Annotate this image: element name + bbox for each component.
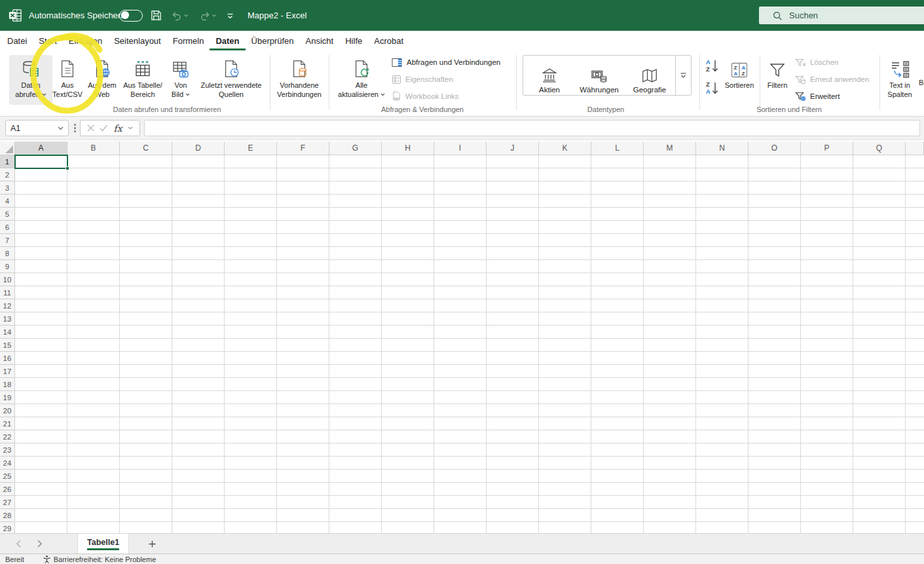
advanced-filter-button[interactable]: Erweitert [795,90,840,102]
column-header-B[interactable]: B [67,141,120,155]
row-header-7[interactable]: 7 [0,234,15,247]
column-header-K[interactable]: K [539,141,591,155]
geography-button[interactable]: Geografie [628,57,671,94]
clear-filter-button[interactable]: Löschen [795,56,838,68]
column-header-J[interactable]: J [487,141,539,155]
row-header-4[interactable]: 4 [0,195,15,208]
autosave-toggle[interactable] [119,0,143,31]
row-header-17[interactable]: 17 [0,365,15,378]
reapply-filter-button[interactable]: Erneut anwenden [795,73,869,85]
row-header-3[interactable]: 3 [0,181,15,195]
sort-ascending-button[interactable]: A Z [705,58,720,77]
column-header-N[interactable]: N [696,141,748,155]
formula-input[interactable] [144,120,920,136]
enter-check-icon[interactable] [100,124,108,132]
row-header-18[interactable]: 18 [0,378,15,391]
undo-button[interactable] [170,0,189,31]
accessibility-status[interactable]: Barrierefreiheit: Keine Probleme [43,555,157,563]
row-header-11[interactable]: 11 [0,286,15,299]
customize-quick-access-icon[interactable] [226,0,234,31]
column-header-D[interactable]: D [172,141,225,155]
column-header-I[interactable]: I [434,141,487,155]
truncated-ribbon-button[interactable]: Bl [919,79,924,86]
column-header-H[interactable]: H [382,141,434,155]
from-text-csv-button[interactable]: AusText/CSV [51,55,84,105]
column-header-L[interactable]: L [591,141,644,155]
sheet-nav-right-icon[interactable] [33,537,46,550]
row-header-8[interactable]: 8 [0,247,15,260]
cancel-icon[interactable] [87,124,94,132]
fill-handle[interactable] [65,166,69,170]
tab-ueberpruefen[interactable]: Überprüfen [246,31,300,50]
row-header-2[interactable]: 2 [0,168,15,181]
tab-formeln[interactable]: Formeln [167,31,210,50]
row-header-5[interactable]: 5 [0,208,15,221]
row-header-22[interactable]: 22 [0,430,15,443]
existing-connections-button[interactable]: VorhandeneVerbindungen [271,55,327,105]
gallery-more-button[interactable] [675,56,691,95]
row-header-20[interactable]: 20 [0,404,15,417]
column-header-O[interactable]: O [748,141,801,155]
sort-button[interactable]: Z A A Z Sortieren [723,55,756,105]
row-header-26[interactable]: 26 [0,483,15,496]
save-button[interactable] [150,0,162,31]
column-header-F[interactable]: F [277,141,329,155]
column-header-Q[interactable]: Q [853,141,906,155]
formula-bar-drag-handle[interactable] [74,124,76,126]
row-header-28[interactable]: 28 [0,509,15,522]
column-header-partial[interactable] [906,141,924,155]
column-header-P[interactable]: P [801,141,853,155]
tab-seitenlayout[interactable]: Seitenlayout [108,31,167,50]
text-to-columns-button[interactable]: Text inSpalten [883,55,917,105]
sort-descending-button[interactable]: Z A [705,80,720,100]
column-header-A[interactable]: A [15,141,67,155]
currencies-button[interactable]: Währungen [573,57,625,94]
row-header-9[interactable]: 9 [0,260,15,273]
sheet-tab-tabelle1[interactable]: Tabelle1 [77,534,129,554]
from-picture-button[interactable]: Von Bild [165,55,196,105]
select-all-corner[interactable] [0,141,15,155]
row-header-1[interactable]: 1 [0,155,15,168]
row-header-21[interactable]: 21 [0,417,15,430]
name-box[interactable]: A1 [5,120,69,136]
redo-button[interactable] [198,0,217,31]
filter-button[interactable]: Filtern [762,55,792,105]
row-header-13[interactable]: 13 [0,312,15,326]
row-header-16[interactable]: 16 [0,352,15,365]
row-header-24[interactable]: 24 [0,457,15,470]
tab-daten[interactable]: Daten [210,31,245,50]
active-cell-A1[interactable] [14,155,68,169]
row-header-25[interactable]: 25 [0,470,15,483]
tab-hilfe[interactable]: Hilfe [339,31,368,50]
insert-function-button[interactable]: fx [114,123,122,134]
tab-einfuegen[interactable]: Einfügen [63,31,108,50]
column-header-C[interactable]: C [120,141,172,155]
tab-start[interactable]: Start [33,31,62,50]
stocks-button[interactable]: Aktien [532,57,566,94]
workbook-links-button[interactable]: Workbook Links [392,90,459,102]
row-header-15[interactable]: 15 [0,339,15,352]
queries-connections-button[interactable]: Abfragen und Verbindungen [392,56,500,68]
column-header-M[interactable]: M [644,141,696,155]
column-header-G[interactable]: G [329,141,382,155]
tab-acrobat[interactable]: Acrobat [368,31,409,50]
tab-datei[interactable]: Datei [1,31,33,50]
row-header-23[interactable]: 23 [0,443,15,457]
add-sheet-button[interactable] [145,537,159,551]
from-web-button[interactable]: Aus demWeb [84,55,120,105]
from-table-range-button[interactable]: Aus Tabelle/Bereich [120,55,165,105]
row-header-19[interactable]: 19 [0,391,15,404]
row-header-14[interactable]: 14 [0,326,15,339]
sheet-nav-left-icon[interactable] [12,537,25,550]
row-header-10[interactable]: 10 [0,273,15,286]
get-data-button[interactable]: Daten abrufen [9,55,52,105]
column-header-E[interactable]: E [225,141,277,155]
cell-area[interactable] [15,155,924,533]
recent-sources-button[interactable]: Zuletzt verwendeteQuellen [196,55,266,105]
row-header-12[interactable]: 12 [0,299,15,312]
search-box[interactable]: Suchen [759,7,924,24]
row-header-6[interactable]: 6 [0,221,15,234]
properties-button[interactable]: Eigenschaften [392,73,453,85]
refresh-all-button[interactable]: Alle aktualisieren [333,55,390,105]
tab-ansicht[interactable]: Ansicht [300,31,340,50]
